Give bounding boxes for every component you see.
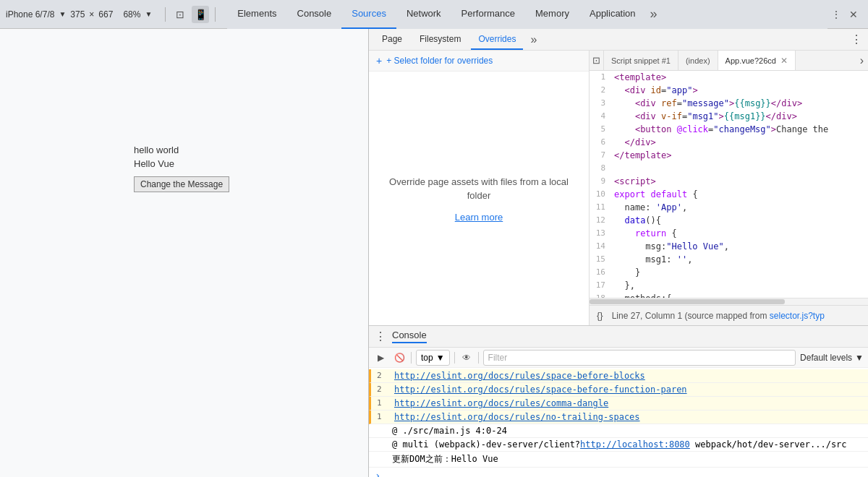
more-sources-tabs-button[interactable]: » <box>527 33 540 46</box>
code-line: 4 <div v-if="msg1">{{msg1}}</div> <box>590 110 868 123</box>
tab-console[interactable]: Console <box>287 0 342 29</box>
code-line: 2 <div id="app"> <box>590 84 868 97</box>
console-dom-text: 更新DOM之前：Hello Vue <box>392 453 498 465</box>
preview-change-message-button[interactable]: Change the Message <box>134 176 229 192</box>
separator3 <box>478 352 479 364</box>
code-line: 12 data(){ <box>590 214 868 227</box>
overrides-header: + + Select folder for overrides <box>369 51 589 72</box>
main-container: hello world Hello Vue Change the Message… <box>0 29 868 477</box>
add-folder-icon[interactable]: + <box>376 55 382 66</box>
code-line: 7 </template> <box>590 149 868 162</box>
more-tabs-button[interactable]: » <box>646 7 662 22</box>
editor-tabs: ⊡ Script snippet #1 (index) App.vue?26cd… <box>590 51 868 71</box>
add-folder-label[interactable]: + Select folder for overrides <box>386 56 493 66</box>
device-height: 667 <box>98 9 113 20</box>
device-name: iPhone 6/7/8 <box>6 9 54 20</box>
clear-console-button[interactable]: 🚫 <box>392 351 407 365</box>
console-prompt: › <box>369 468 868 477</box>
close-tab-button[interactable]: ✕ <box>780 56 788 66</box>
tab-performance[interactable]: Performance <box>451 0 525 29</box>
localhost-link[interactable]: http://localhost:8080 <box>580 439 690 450</box>
console-line: @ ./src/main.js 4:0-24 <box>369 424 868 438</box>
source-map-link[interactable]: selector.js?typ <box>770 311 825 321</box>
console-line: 2 http://eslint.org/docs/rules/space-bef… <box>369 383 868 397</box>
console-text: @ multi (webpack)-dev-server/client?http… <box>392 439 847 450</box>
code-line: 18 methods:{ <box>590 292 868 298</box>
code-line: 3 <div ref="message">{{msg}}</div> <box>590 97 868 110</box>
editor-sidebar-toggle[interactable]: ⊡ <box>590 51 604 71</box>
tab-page[interactable]: Page <box>375 30 409 50</box>
console-link[interactable]: http://eslint.org/docs/rules/no-trailing… <box>394 412 640 422</box>
toolbar-icons: ⊡ 📱 <box>171 6 209 23</box>
preview-line2: Hello Vue <box>134 158 174 169</box>
zoom-dropdown-icon[interactable]: ▼ <box>145 10 152 18</box>
sources-toolbar: Page Filesystem Overrides » ⋮ <box>369 29 868 51</box>
dropdown-icon[interactable]: ▼ <box>59 10 66 18</box>
console-menu-button[interactable]: ⋮ <box>375 330 386 343</box>
devtools-more-button[interactable]: ⋮ <box>827 6 845 23</box>
console-header: ⋮ Console <box>369 326 868 348</box>
context-dropdown-icon: ▼ <box>436 353 445 363</box>
status-bar: {} Line 27, Column 1 (source mapped from… <box>590 305 868 325</box>
console-input[interactable] <box>385 470 862 477</box>
tab-memory[interactable]: Memory <box>525 0 579 29</box>
code-line: 9 <script> <box>590 175 868 188</box>
log-levels-dropdown[interactable]: Default levels ▼ <box>800 353 864 363</box>
console-line: 更新DOM之前：Hello Vue <box>369 452 868 468</box>
console-line: @ multi (webpack)-dev-server/client?http… <box>369 438 868 452</box>
tab-application[interactable]: Application <box>579 0 646 29</box>
tab-script-snippet[interactable]: Script snippet #1 <box>604 51 678 71</box>
overrides-empty-state: Override page assets with files from a l… <box>369 72 589 325</box>
tab-index[interactable]: (index) <box>678 51 718 71</box>
log-levels-dropdown-icon: ▼ <box>855 353 864 363</box>
editor-tab-nav-button[interactable]: › <box>856 54 868 67</box>
console-title[interactable]: Console <box>392 330 427 343</box>
overrides-empty-text: Override page assets with files from a l… <box>383 175 574 203</box>
tab-elements[interactable]: Elements <box>227 0 286 29</box>
console-line: 2 http://eslint.org/docs/rules/space-bef… <box>369 369 868 383</box>
device-width: 375 <box>70 9 85 20</box>
tab-filesystem[interactable]: Filesystem <box>412 30 468 50</box>
log-levels-label: Default levels <box>800 353 852 363</box>
code-line: 11 name: 'App', <box>590 201 868 214</box>
tab-app-vue[interactable]: App.vue?26cd ✕ <box>718 51 796 71</box>
run-script-button[interactable]: ▶ <box>373 351 388 365</box>
code-line: 13 return { <box>590 227 868 240</box>
console-filter-input[interactable] <box>483 350 796 366</box>
format-button[interactable]: {} <box>597 310 603 321</box>
preview-content: hello world Hello Vue Change the Message <box>0 29 368 477</box>
preview-app: hello world Hello Vue Change the Message <box>134 145 229 192</box>
tab-overrides[interactable]: Overrides <box>471 30 523 50</box>
browser-preview: hello world Hello Vue Change the Message <box>0 29 369 477</box>
device-icon[interactable]: 📱 <box>192 6 209 23</box>
learn-more-link[interactable]: Learn more <box>455 212 503 223</box>
code-line: 17 }, <box>590 279 868 292</box>
tab-sources[interactable]: Sources <box>341 0 396 29</box>
code-line: 5 <button @click="changeMsg">Change the <box>590 123 868 136</box>
code-line: 10 export default { <box>590 188 868 201</box>
responsive-icon[interactable]: ⊡ <box>171 6 189 23</box>
context-value: top <box>421 353 433 363</box>
console-link[interactable]: http://eslint.org/docs/rules/comma-dangl… <box>394 398 608 408</box>
code-line: 6 </div> <box>590 136 868 149</box>
close-devtools-button[interactable]: ✕ <box>845 6 862 23</box>
nav-tabs: Elements Console Sources Network Perform… <box>227 0 827 29</box>
scrollbar-thumb[interactable] <box>590 299 785 304</box>
console-link[interactable]: http://eslint.org/docs/rules/space-befor… <box>394 371 645 381</box>
sources-toolbar-menu-button[interactable]: ⋮ <box>851 33 862 46</box>
console-section: ⋮ Console ▶ 🚫 top ▼ 👁 <box>369 325 868 477</box>
prompt-arrow: › <box>375 470 380 477</box>
code-editor-panel: ⊡ Script snippet #1 (index) App.vue?26cd… <box>590 51 868 325</box>
console-text: @ ./src/main.js 4:0-24 <box>392 426 507 436</box>
console-line: 1 http://eslint.org/docs/rules/no-traili… <box>369 411 868 424</box>
tab-network[interactable]: Network <box>396 0 451 29</box>
code-panel-container: + + Select folder for overrides Override… <box>369 51 868 325</box>
horizontal-scrollbar[interactable] <box>590 298 868 305</box>
live-expressions-button[interactable]: 👁 <box>459 351 474 365</box>
separator2 <box>454 352 455 364</box>
separator <box>165 7 166 22</box>
preview-line1: hello world <box>134 145 179 155</box>
context-selector[interactable]: top ▼ <box>416 350 450 366</box>
code-content[interactable]: 1 <template> 2 <div id="app"> 3 <div ref… <box>590 71 868 298</box>
console-link[interactable]: http://eslint.org/docs/rules/space-befor… <box>394 384 687 395</box>
